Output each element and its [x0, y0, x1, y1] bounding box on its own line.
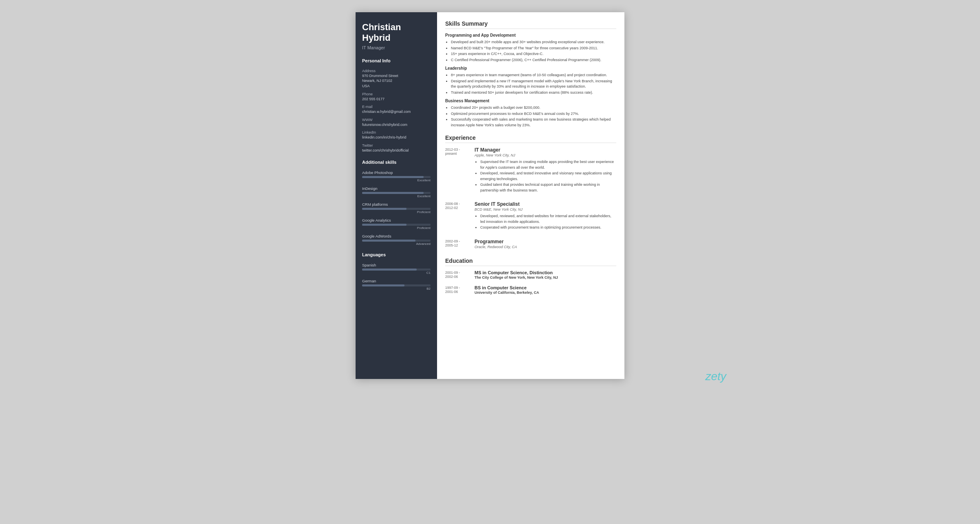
experience-entry: 2006-08 -2012-02 Senior IT Specialist BC… [445, 201, 616, 233]
list-item: Coordinated 20+ projects with a budget o… [451, 105, 616, 111]
skill-bar-bg [362, 208, 431, 210]
experience-entry: 2002-09 -2005-12 Programmer Oracle, Redw… [445, 239, 616, 251]
exp-date: 2006-08 -2012-02 [445, 201, 475, 233]
list-item: 8+ years experience in team management (… [451, 73, 616, 78]
language-level: C1 [362, 271, 431, 275]
page-wrapper: Christian Hybrid IT Manager Personal Inf… [246, 12, 734, 379]
phone-label: Phone [362, 92, 431, 96]
skill-item: Google Analytics Proficient [362, 218, 431, 230]
skill-bar-bg [362, 176, 431, 178]
twitter-value: twitter.com/chrishybridofficial [362, 148, 431, 153]
skill-bar-bg [362, 224, 431, 226]
skill-level: Advanced [362, 242, 431, 246]
language-bar-fill [362, 269, 417, 271]
skill-level: Proficient [362, 226, 431, 230]
skill-item: CRM platforms Proficient [362, 202, 431, 214]
exp-bullets: Developed, reviewed, and tested websites… [475, 214, 616, 231]
exp-date: 2012-03 -present [445, 147, 475, 196]
candidate-name: Christian Hybrid [362, 22, 431, 44]
list-item: Developed and built 20+ mobile apps and … [451, 40, 616, 45]
education-title: Education [445, 258, 616, 266]
edu-content: MS in Computer Science, Distinction The … [475, 270, 616, 280]
sidebar: Christian Hybrid IT Manager Personal Inf… [356, 12, 437, 379]
list-item: Named BCD M&E's "Top Programmer of The Y… [451, 46, 616, 51]
skills-summary-title: Skills Summary [445, 20, 616, 29]
email-label: E-mail [362, 105, 431, 109]
address-label: Address [362, 69, 431, 73]
www-label: WWW [362, 118, 431, 122]
edu-date: 2001-09 -2002-06 [445, 270, 475, 280]
skill-bar-fill [362, 224, 407, 226]
skill-level: Excellent [362, 178, 431, 182]
skill-label: Google AdWords [362, 234, 431, 238]
resume-document: Christian Hybrid IT Manager Personal Inf… [356, 12, 624, 379]
business-subsection-title: Business Management [445, 99, 616, 103]
linkedin-label: LinkedIn [362, 130, 431, 134]
list-item: Optimized procurement processes to reduc… [451, 111, 616, 117]
experience-container: 2012-03 -present IT Manager Apple, New Y… [445, 147, 616, 251]
list-item: Trained and mentored 50+ junior develope… [451, 90, 616, 96]
exp-content: Senior IT Specialist BCD M&E, New York C… [475, 201, 616, 233]
edu-content: BS in Computer Science University of Cal… [475, 285, 616, 295]
email-value: christian.w.hybrid@gmail.com [362, 109, 431, 114]
languages-heading: Languages [362, 252, 431, 259]
experience-entry: 2012-03 -present IT Manager Apple, New Y… [445, 147, 616, 196]
list-item: C Certified Professional Programmer (200… [451, 57, 616, 63]
exp-job-title: IT Manager [475, 147, 616, 153]
skill-bar-fill [362, 192, 424, 194]
candidate-title: IT Manager [362, 45, 431, 50]
exp-company: Oracle, Redwood City, CA [475, 245, 616, 249]
skills-container: Adobe Photoshop Excellent InDesign Excel… [362, 170, 431, 246]
language-label: Spanish [362, 263, 431, 267]
edu-date: 1997-09 -2001-06 [445, 285, 475, 295]
list-item: Developed, reviewed, and tested innovati… [480, 171, 616, 182]
additional-skills-heading: Additional skills [362, 160, 431, 166]
language-bar-bg [362, 284, 431, 286]
language-bar-fill [362, 284, 404, 286]
education-container: 2001-09 -2002-06 MS in Computer Science,… [445, 270, 616, 295]
exp-job-title: Senior IT Specialist [475, 201, 616, 207]
exp-content: Programmer Oracle, Redwood City, CA [475, 239, 616, 251]
edu-school: The City College of New York, New York C… [475, 275, 616, 280]
skill-label: CRM platforms [362, 202, 431, 207]
skill-label: Google Analytics [362, 218, 431, 222]
list-item: Supervised the IT team in creating mobil… [480, 159, 616, 170]
address-value: 970 Drummond StreetNewark, NJ 07102USA [362, 73, 431, 89]
education-section: Education 2001-09 -2002-06 MS in Compute… [445, 258, 616, 295]
prog-subsection-title: Programming and App Development [445, 33, 616, 37]
linkedin-value: linkedin.com/in/chris-hybrid [362, 135, 431, 140]
list-item: Designed and implemented a new IT manage… [451, 79, 616, 90]
zety-watermark: zety [705, 370, 726, 383]
skill-bar-fill [362, 208, 407, 210]
skill-label: Adobe Photoshop [362, 170, 431, 175]
exp-company: BCD M&E, New York City, NJ [475, 207, 616, 211]
skill-label: InDesign [362, 186, 431, 191]
exp-company: Apple, New York City, NJ [475, 153, 616, 157]
languages-container: Spanish C1 German B2 [362, 263, 431, 291]
www-value: futureisnow.chrishybrid.com [362, 122, 431, 128]
edu-school: University of California, Berkeley, CA [475, 291, 616, 295]
edu-degree: MS in Computer Science, Distinction [475, 270, 616, 275]
business-bullets-list: Coordinated 20+ projects with a budget o… [445, 105, 616, 128]
name-line2: Hybrid [362, 33, 391, 43]
skill-bar-fill [362, 176, 424, 178]
skill-bar-fill [362, 240, 415, 242]
language-item: Spanish C1 [362, 263, 431, 275]
twitter-label: Twitter [362, 143, 431, 148]
main-content: Skills Summary Programming and App Devel… [437, 12, 624, 379]
skills-summary-section: Skills Summary Programming and App Devel… [445, 20, 616, 128]
exp-bullets: Supervised the IT team in creating mobil… [475, 159, 616, 193]
exp-content: IT Manager Apple, New York City, NJ Supe… [475, 147, 616, 196]
education-entry: 1997-09 -2001-06 BS in Computer Science … [445, 285, 616, 295]
list-item: Guided talent that provides technical su… [480, 182, 616, 193]
language-bar-bg [362, 269, 431, 271]
personal-info-heading: Personal Info [362, 58, 431, 65]
list-item: 15+ years experience in C/C++, Cocoa, an… [451, 51, 616, 57]
language-level: B2 [362, 287, 431, 291]
language-label: German [362, 279, 431, 283]
list-item: Developed, reviewed, and tested websites… [480, 214, 616, 225]
phone-value: 202 555 0177 [362, 97, 431, 102]
prog-bullets-list: Developed and built 20+ mobile apps and … [445, 40, 616, 63]
language-item: German B2 [362, 279, 431, 291]
skill-level: Excellent [362, 194, 431, 198]
